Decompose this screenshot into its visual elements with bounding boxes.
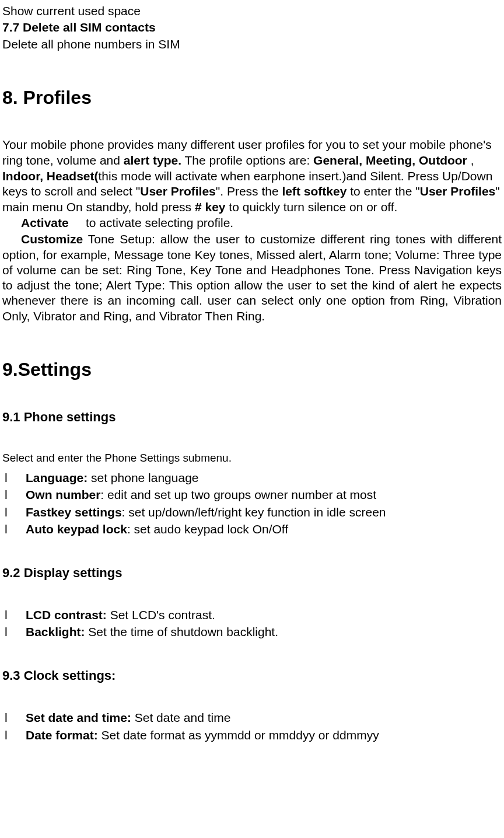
text: ". Press the	[216, 184, 282, 198]
item-text: Set date and time	[131, 711, 230, 724]
list-item: l Backlight: Set the time of shutdown ba…	[2, 623, 502, 640]
customize-paragraph: Customize Tone Setup: allow the user to …	[2, 232, 502, 324]
list-item: l Set date and time: Set date and time	[2, 709, 502, 726]
item-label: Date format:	[26, 728, 98, 742]
text-show-space: Show current used space	[2, 4, 502, 19]
heading-9-1: 9.1 Phone settings	[2, 409, 502, 425]
text: The profile options are:	[181, 153, 313, 167]
text-left-softkey: left softkey	[282, 184, 346, 198]
item-text: Set date format as yymmdd or mmddyy or d…	[98, 728, 379, 742]
bullet-icon: l	[5, 727, 26, 743]
text-delete-sim: Delete all phone numbers in SIM	[2, 37, 502, 52]
item-text: : set up/down/left/right key function in…	[122, 505, 386, 519]
list-item: l Date format: Set date format as yymmdd…	[2, 727, 502, 743]
list-item: l Language: set phone language	[2, 469, 502, 486]
text-profile-list: General, Meeting, Outdoor	[313, 153, 467, 167]
bullet-icon: l	[5, 469, 26, 486]
item-label: Own number	[26, 488, 100, 501]
text: to enter the "	[346, 184, 419, 198]
customize-label: Customize	[21, 232, 83, 246]
customize-text: Tone Setup: allow the user to customize …	[2, 232, 502, 322]
bullet-icon: l	[5, 709, 26, 726]
list-item: l Own number: edit and set up two groups…	[2, 486, 502, 503]
list-item: l LCD contrast: Set LCD's contrast.	[2, 606, 502, 623]
item-text: Set the time of shutdown backlight.	[85, 625, 279, 638]
bullet-icon: l	[5, 623, 26, 640]
item-label: Language:	[26, 471, 88, 484]
item-text: set phone language	[88, 471, 198, 484]
bullet-icon: l	[5, 504, 26, 521]
item-text: Set LCD's contrast.	[107, 608, 215, 621]
item-label: LCD contrast:	[26, 608, 107, 621]
item-label: Auto keypad lock	[26, 522, 127, 536]
activate-line: Activate to activate selecting profile.	[2, 215, 502, 231]
text-91-intro: Select and enter the Phone Settings subm…	[2, 451, 502, 466]
spacer	[69, 216, 86, 229]
heading-9-2: 9.2 Display settings	[2, 565, 502, 581]
item-text: : edit and set up two groups owner numbe…	[100, 488, 376, 501]
item-text: : set audo keypad lock On/Off	[127, 522, 288, 536]
list-item: l Fastkey settings: set up/down/left/rig…	[2, 504, 502, 521]
bullet-icon: l	[5, 606, 26, 623]
heading-profiles: 8. Profiles	[2, 86, 502, 109]
bullet-icon: l	[5, 521, 26, 537]
item-label: Set date and time:	[26, 711, 131, 724]
item-label: Fastkey settings	[26, 505, 122, 519]
text: ,	[467, 153, 474, 167]
bullet-icon: l	[5, 486, 26, 503]
item-label: Backlight:	[26, 625, 85, 638]
text-hash-key: # key	[195, 200, 226, 214]
profiles-paragraph: Your mobile phone provides many differen…	[2, 137, 502, 215]
text-alert-type: alert type.	[124, 153, 181, 167]
heading-7-7: 7.7 Delete all SIM contacts	[2, 20, 502, 35]
text-indoor-headset: Indoor, Headset(	[2, 169, 99, 183]
activate-text: to activate selecting profile.	[86, 216, 233, 229]
activate-label: Activate	[21, 216, 69, 229]
heading-9-3: 9.3 Clock settings:	[2, 668, 502, 684]
text: to quickly turn silence on or off.	[226, 200, 398, 214]
heading-settings: 9.Settings	[2, 358, 502, 381]
text-user-profiles: User Profiles	[140, 184, 216, 198]
text-user-profiles-2: User Profiles	[420, 184, 496, 198]
list-item: l Auto keypad lock: set audo keypad lock…	[2, 521, 502, 537]
